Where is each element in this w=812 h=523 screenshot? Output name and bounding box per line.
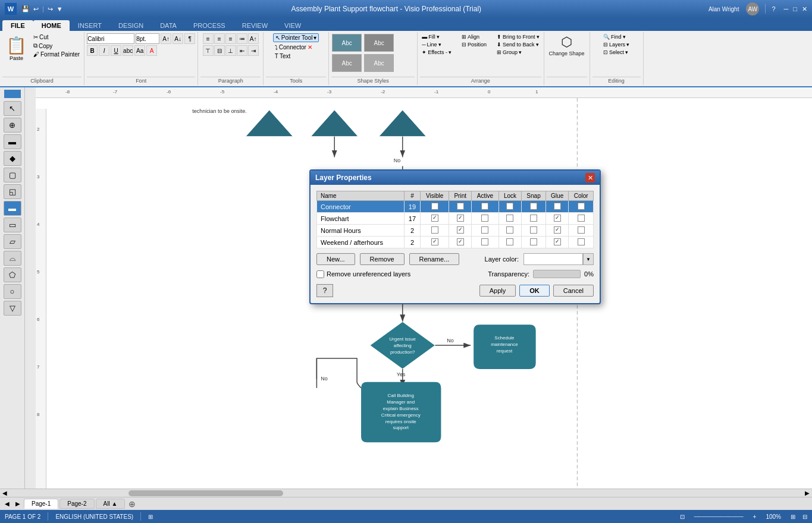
align-bottom-btn[interactable]: ⊥ xyxy=(225,45,236,56)
zoom-in-btn[interactable]: + xyxy=(753,513,757,520)
remove-unreferenced-checkbox[interactable] xyxy=(316,270,324,278)
bold-btn[interactable]: B xyxy=(87,45,98,56)
group-btn[interactable]: ⊞Group▾ xyxy=(495,49,541,56)
layer-active-0[interactable] xyxy=(471,201,499,213)
layer-snap-0[interactable] xyxy=(522,201,546,213)
font-color-btn[interactable]: A xyxy=(146,45,157,56)
layer-active-3[interactable] xyxy=(471,237,499,248)
strikethrough-btn[interactable]: abc xyxy=(123,45,133,56)
horizontal-scrollbar[interactable]: ◀ ▶ xyxy=(0,489,812,497)
align-center-btn[interactable]: ≡ xyxy=(214,33,225,44)
dialog-close-btn[interactable]: ✕ xyxy=(585,173,595,182)
cancel-btn[interactable]: Cancel xyxy=(553,285,594,297)
undo-icon[interactable]: ↩ xyxy=(32,5,40,13)
grow-font-btn[interactable]: A↑ xyxy=(161,33,171,44)
indent-btn[interactable]: ⇥ xyxy=(248,45,259,56)
tab-file[interactable]: FILE xyxy=(2,20,33,31)
layer-print-3[interactable] xyxy=(449,237,471,248)
circle-tool[interactable]: ○ xyxy=(4,284,21,299)
layer-color-0[interactable] xyxy=(569,201,594,213)
brace-tool[interactable]: ◱ xyxy=(4,184,21,199)
italic-btn[interactable]: I xyxy=(99,45,109,56)
line-btn[interactable]: ─Line▾ xyxy=(420,41,453,48)
rename-layer-btn[interactable]: Rename... xyxy=(409,253,460,265)
layer-glue-1[interactable] xyxy=(546,213,569,225)
cut-button[interactable]: ✂Cut xyxy=(32,33,81,41)
select-btn[interactable]: ⊡Select▾ xyxy=(601,49,631,56)
layer-print-2[interactable] xyxy=(449,225,471,237)
page-nav-next[interactable]: ▶ xyxy=(13,500,23,507)
align-right-btn[interactable]: ≡ xyxy=(225,33,236,44)
nav-tool[interactable]: ⊕ xyxy=(4,118,21,133)
font-size-input[interactable] xyxy=(136,33,159,44)
tab-design[interactable]: DESIGN xyxy=(110,20,152,31)
minimize-btn[interactable]: ─ xyxy=(784,5,789,12)
dialog-title-bar[interactable]: Layer Properties ✕ xyxy=(311,171,600,185)
layer-glue-2[interactable] xyxy=(546,225,569,237)
fit-width-btn[interactable]: ⊞ xyxy=(791,513,795,520)
layer-color-dropdown[interactable]: ▼ xyxy=(583,253,594,265)
shape-style-2[interactable]: Abc xyxy=(364,34,394,52)
align-top-btn[interactable]: ⊤ xyxy=(203,45,214,56)
format-painter-button[interactable]: 🖌Format Painter xyxy=(32,51,81,58)
add-page-btn[interactable]: ⊕ xyxy=(126,499,138,509)
layer-row-1[interactable]: Flowchart 17 xyxy=(317,213,594,225)
new-layer-btn[interactable]: New... xyxy=(316,253,355,265)
rect-tool[interactable]: ▬ xyxy=(4,134,21,149)
layer-visible-2[interactable] xyxy=(420,225,449,237)
bring-to-front-btn[interactable]: ⬆Bring to Front▾ xyxy=(495,33,541,40)
layer-color-3[interactable] xyxy=(569,237,594,248)
layer-print-1[interactable] xyxy=(449,213,471,225)
bullets-btn[interactable]: ≔ xyxy=(237,33,247,44)
tab-process[interactable]: PROCESS xyxy=(185,20,234,31)
shape-style-3[interactable]: Abc xyxy=(332,54,362,72)
align-middle-btn[interactable]: ⊟ xyxy=(214,45,225,56)
fit-all-btn[interactable]: ⊟ xyxy=(802,513,807,520)
connector-tool-btn[interactable]: ⤵ Connector ✕ xyxy=(273,43,314,51)
increase-indent-btn[interactable]: A↑ xyxy=(248,33,259,44)
save-icon[interactable]: 💾 xyxy=(20,5,31,13)
help-icon[interactable]: ? xyxy=(772,5,775,12)
layer-lock-0[interactable] xyxy=(499,201,521,213)
trapezoid-tool[interactable]: ⌓ xyxy=(4,251,21,266)
paste-button[interactable]: 📋 Paste xyxy=(2,33,30,64)
send-to-back-btn[interactable]: ⬇Send to Back▾ xyxy=(495,41,541,48)
layer-active-1[interactable] xyxy=(471,213,499,225)
scroll-thumb-h[interactable] xyxy=(128,490,283,496)
page-nav-prev[interactable]: ◀ xyxy=(2,500,12,507)
redo-icon[interactable]: ↪ xyxy=(46,5,54,13)
canvas[interactable]: 2 3 4 5 6 7 8 technician to be xyxy=(36,98,812,489)
font-name-input[interactable] xyxy=(87,33,134,44)
layers-btn[interactable]: ⊟Layers▾ xyxy=(601,41,631,48)
layer-color-box[interactable] xyxy=(523,253,583,265)
paragraph-btn[interactable]: ¶ xyxy=(184,33,195,44)
customize-icon[interactable]: ▼ xyxy=(55,5,64,12)
diamond-tool[interactable]: ◆ xyxy=(4,151,21,166)
chevron-tool[interactable]: ▽ xyxy=(4,301,21,316)
align-left-btn[interactable]: ≡ xyxy=(203,33,214,44)
layer-row-2[interactable]: Normal Hours 2 xyxy=(317,225,594,237)
fill-tool[interactable]: ▬ xyxy=(4,201,21,216)
scroll-left-btn[interactable]: ◀ xyxy=(0,490,10,496)
transparency-slider[interactable] xyxy=(533,270,581,278)
quick-access[interactable]: 💾 ↩ | ↪ ▼ xyxy=(20,5,64,13)
tab-home[interactable]: HOME xyxy=(33,20,70,31)
shrink-font-btn[interactable]: A↓ xyxy=(173,33,183,44)
layer-table-body[interactable]: Connector 19 Flowchart 17 Normal Hours 2… xyxy=(317,201,594,248)
layer-color-1[interactable] xyxy=(569,213,594,225)
pentagon-tool[interactable]: ⬠ xyxy=(4,267,21,282)
font-case-btn[interactable]: Aa xyxy=(134,45,145,56)
tab-review[interactable]: REVIEW xyxy=(234,20,276,31)
layer-lock-2[interactable] xyxy=(499,225,521,237)
outdent-btn[interactable]: ⇤ xyxy=(237,45,247,56)
layer-visible-0[interactable] xyxy=(420,201,449,213)
layer-lock-1[interactable] xyxy=(499,213,521,225)
close-btn[interactable]: ✕ xyxy=(802,5,807,13)
underline-btn[interactable]: U xyxy=(111,45,121,56)
page-tab-1[interactable]: Page-1 xyxy=(24,499,58,509)
pointer-tool-btn[interactable]: ↖ Pointer Tool ▾ xyxy=(273,33,319,42)
layer-row-0[interactable]: Connector 19 xyxy=(317,201,594,213)
ribbon-tabs[interactable]: FILE HOME INSERT DESIGN DATA PROCESS REV… xyxy=(0,18,812,31)
pointer-tool[interactable]: ↖ xyxy=(4,101,21,116)
ok-btn[interactable]: OK xyxy=(519,285,550,297)
